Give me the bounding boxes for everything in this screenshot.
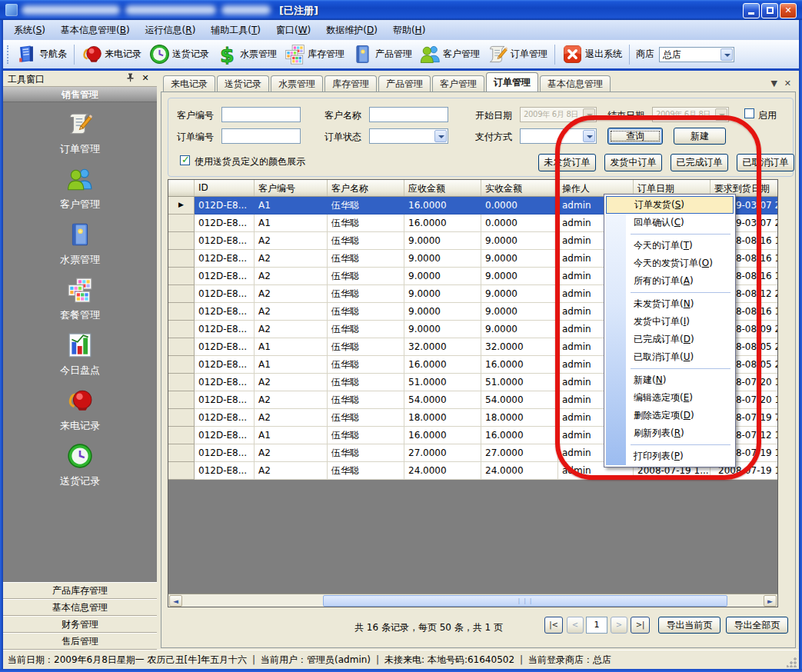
row-selector[interactable] bbox=[168, 321, 195, 338]
tab-6[interactable]: 客户管理 bbox=[432, 75, 484, 91]
sidebar-group-1[interactable]: 产品库存管理 bbox=[3, 582, 157, 599]
page-number-input[interactable]: 1 bbox=[586, 617, 607, 634]
cell: 54.0000 bbox=[404, 391, 481, 409]
cell: 012D-E8... bbox=[195, 321, 255, 338]
toolbar-button-8[interactable]: 订单管理 bbox=[484, 42, 551, 67]
customer-name-input[interactable] bbox=[369, 107, 448, 122]
row-selector[interactable] bbox=[168, 215, 195, 232]
prev-page-button[interactable]: < bbox=[567, 617, 584, 634]
tab-close-icon[interactable]: ✕ bbox=[784, 78, 791, 88]
toolbar-button-label: 产品管理 bbox=[375, 48, 412, 61]
row-selector[interactable] bbox=[168, 444, 195, 462]
window-frame-right bbox=[799, 0, 802, 672]
menu-item-4[interactable]: 辅助工具(T) bbox=[203, 21, 268, 40]
row-selector[interactable] bbox=[168, 374, 195, 391]
column-header-5[interactable]: 实收金额 bbox=[481, 180, 558, 196]
order-status-select[interactable] bbox=[369, 128, 448, 144]
last-page-button[interactable]: >| bbox=[631, 617, 650, 634]
enable-date-checkbox[interactable] bbox=[744, 108, 754, 118]
row-selector[interactable] bbox=[168, 303, 195, 321]
tab-5[interactable]: 产品管理 bbox=[378, 75, 431, 91]
sidebar-item-customers[interactable]: 客户管理 bbox=[60, 166, 100, 211]
row-selector[interactable] bbox=[168, 338, 195, 356]
export-all-pages-button[interactable]: 导出全部页 bbox=[726, 617, 788, 634]
toolbar-button-3[interactable]: 送货记录 bbox=[145, 42, 213, 67]
toolbar-button-label: 客户管理 bbox=[443, 48, 480, 61]
cell: 54.0000 bbox=[481, 391, 558, 409]
menu-item-5[interactable]: 窗口(W) bbox=[268, 21, 318, 40]
customer-no-input[interactable] bbox=[221, 107, 301, 122]
shop-label: 商店 bbox=[636, 48, 654, 61]
cell: 16.0000 bbox=[481, 356, 558, 374]
row-selector[interactable] bbox=[168, 268, 195, 285]
sidebar-group-3[interactable]: 财务管理 bbox=[3, 616, 157, 633]
row-selector-header bbox=[168, 180, 195, 196]
pin-icon[interactable] bbox=[125, 73, 135, 84]
sidebar-item-bell[interactable]: 来电记录 bbox=[60, 388, 100, 433]
scroll-left-arrow[interactable]: ◄ bbox=[169, 595, 182, 607]
toolbar-button-2[interactable]: 来电记录 bbox=[78, 42, 145, 67]
cell: 伍华聪 bbox=[328, 427, 404, 444]
tab-3[interactable]: 水票管理 bbox=[271, 75, 323, 91]
toolbar-button-9[interactable]: 退出系统 bbox=[558, 42, 626, 67]
tab-2[interactable]: 送货记录 bbox=[217, 75, 269, 91]
sidebar-item-order[interactable]: 订单管理 bbox=[60, 111, 100, 156]
row-selector[interactable] bbox=[168, 356, 195, 374]
menu-item-6[interactable]: 数据维护(D) bbox=[318, 21, 385, 40]
row-selector[interactable] bbox=[168, 427, 195, 444]
tab-4[interactable]: 库存管理 bbox=[324, 75, 377, 91]
sidebar-item-grid[interactable]: 套餐管理 bbox=[60, 277, 100, 322]
first-page-button[interactable]: |< bbox=[544, 617, 563, 634]
maximize-button[interactable] bbox=[761, 3, 778, 18]
tab-8[interactable]: 基本信息管理 bbox=[540, 75, 611, 91]
column-header-4[interactable]: 应收金额 bbox=[404, 180, 481, 196]
tab-7[interactable]: 订单管理 bbox=[486, 72, 538, 91]
menu-item-7[interactable]: 帮助(H) bbox=[385, 21, 433, 40]
export-current-page-button[interactable]: 导出当前页 bbox=[658, 617, 720, 634]
horizontal-scrollbar[interactable]: ◄ ► bbox=[168, 594, 777, 607]
row-selector[interactable] bbox=[168, 232, 195, 250]
toolbar-button-7[interactable]: 客户管理 bbox=[416, 42, 484, 67]
tab-scroll-icon[interactable]: ▼ bbox=[771, 78, 777, 88]
cell: 伍华聪 bbox=[328, 303, 404, 321]
order-status-arrow-icon bbox=[434, 130, 447, 142]
column-header-3[interactable]: 客户名称 bbox=[328, 180, 404, 196]
close-button[interactable]: ✕ bbox=[780, 3, 797, 18]
sidebar-item-chart[interactable]: 今日盘点 bbox=[60, 332, 100, 378]
row-selector[interactable] bbox=[168, 462, 195, 480]
row-selector[interactable]: ▶ bbox=[168, 197, 195, 215]
row-selector[interactable] bbox=[168, 285, 195, 303]
toolbar-button-6[interactable]: 产品管理 bbox=[348, 42, 416, 67]
scrollbar-thumb[interactable] bbox=[323, 595, 727, 607]
cell: 32.0000 bbox=[481, 338, 558, 356]
scroll-right-arrow[interactable]: ► bbox=[764, 595, 777, 607]
toolbar-button-5[interactable]: 库存管理 bbox=[281, 42, 348, 67]
row-selector[interactable] bbox=[168, 250, 195, 268]
minimize-button[interactable] bbox=[743, 3, 760, 18]
tab-1[interactable]: 来电记录 bbox=[163, 75, 215, 91]
cell: 伍华聪 bbox=[328, 356, 404, 374]
sidebar-group-4[interactable]: 售后管理 bbox=[3, 633, 157, 650]
color-display-checkbox[interactable] bbox=[180, 155, 190, 165]
resize-grip[interactable] bbox=[787, 657, 797, 667]
shop-select[interactable]: 总店 bbox=[659, 47, 734, 62]
order-no-input[interactable] bbox=[221, 128, 301, 144]
sidebar-close-icon[interactable]: ✕ bbox=[140, 73, 151, 84]
toolbar-button-1[interactable]: 导航条 bbox=[12, 42, 71, 67]
sidebar-item-clock[interactable]: 送货记录 bbox=[60, 443, 100, 488]
cell: 0.0000 bbox=[481, 215, 558, 232]
menu-item-2[interactable]: 基本信息管理(B) bbox=[53, 21, 138, 40]
column-header-2[interactable]: 客户编号 bbox=[255, 180, 328, 196]
sidebar-group-2[interactable]: 基本信息管理 bbox=[3, 599, 157, 616]
sidebar-item-product[interactable]: 水票管理 bbox=[60, 221, 100, 267]
menu-item-1[interactable]: 系统(S) bbox=[6, 21, 53, 40]
next-page-button[interactable]: > bbox=[611, 617, 627, 634]
row-selector[interactable] bbox=[168, 409, 195, 427]
toolbar-button-4[interactable]: $水票管理 bbox=[213, 42, 281, 67]
cell: 012D-E8... bbox=[195, 268, 255, 285]
column-header-1[interactable]: ID bbox=[195, 180, 255, 196]
toolbar-divider bbox=[3, 68, 799, 71]
menu-item-3[interactable]: 运行信息(R) bbox=[138, 21, 204, 40]
order-icon bbox=[488, 44, 508, 65]
row-selector[interactable] bbox=[168, 391, 195, 409]
